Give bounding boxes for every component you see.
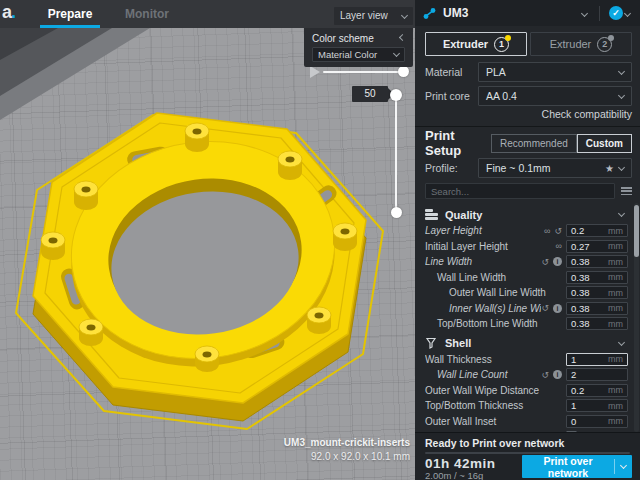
color-scheme-dropdown[interactable]: Material Color: [312, 47, 405, 62]
setting-unit: mm: [608, 416, 623, 426]
configuration-chevron-icon[interactable]: [624, 9, 631, 16]
setting-visibility-icon[interactable]: [621, 186, 632, 196]
reset-icon[interactable]: ↺: [541, 370, 549, 380]
settings-scrollbar[interactable]: [634, 203, 639, 432]
cura-window: a. Prepare Monitor Layer view Color sche…: [0, 0, 640, 480]
setting-row: Initial Layer Height∞0.27mm: [415, 239, 634, 255]
scrollbar-thumb[interactable]: [634, 205, 639, 257]
info-icon[interactable]: i: [553, 370, 562, 379]
setting-unit: mm: [608, 241, 623, 251]
setting-value-input[interactable]: 1mm: [566, 353, 628, 366]
setting-label: Inner Wall(s) Line Width: [425, 303, 541, 314]
setting-unit: mm: [608, 226, 623, 236]
setting-label: Outer Wall Line Width: [425, 287, 566, 298]
check-compatibility-link[interactable]: Check compatibility: [542, 108, 632, 120]
setting-row: Top/Bottom Thickness1mm: [415, 398, 634, 414]
printer-select-chevron-icon[interactable]: [581, 9, 588, 16]
setting-label: Top/Bottom Thickness: [425, 400, 566, 411]
setting-value-input[interactable]: 0.38mm: [566, 286, 628, 299]
setting-value-input[interactable]: 0.38mm: [566, 255, 628, 268]
printcore-dropdown[interactable]: AA 0.4: [478, 86, 632, 106]
print-options-chevron[interactable]: [614, 459, 632, 474]
info-icon[interactable]: i: [553, 304, 562, 313]
setting-row: Outer Wall Inset0mm: [415, 414, 634, 430]
simulation-slider-handle[interactable]: [398, 66, 409, 77]
setting-unit: mm: [608, 288, 623, 298]
extruder-1-tab[interactable]: Extruder 1: [425, 32, 527, 56]
tab-monitor[interactable]: Monitor: [116, 0, 178, 28]
material-dropdown[interactable]: PLA: [478, 62, 632, 82]
setting-value-input[interactable]: 0mm: [566, 415, 628, 428]
print-settings-panel: UM3 ✓ Extruder 1 Extruder 2: [415, 0, 640, 480]
configuration-ok-icon[interactable]: ✓: [609, 6, 623, 20]
setting-label: Initial Layer Height: [425, 241, 556, 252]
extruder-1-material-dot: [505, 35, 511, 41]
setting-label: Layer Height: [425, 225, 544, 236]
view-mode-dropdown[interactable]: Layer view: [334, 7, 413, 25]
info-icon[interactable]: i: [553, 257, 562, 266]
chevron-down-icon: [393, 50, 400, 57]
custom-button[interactable]: Custom: [577, 134, 632, 153]
chevron-down-icon[interactable]: [618, 338, 625, 345]
status-text: Ready to Print over network: [425, 437, 564, 449]
setting-label: Outer Wall Wipe Distance: [425, 385, 566, 396]
setting-value-input[interactable]: 0.2mm: [566, 384, 628, 397]
material-row: Material PLA: [425, 62, 632, 82]
chevron-down-icon[interactable]: [618, 210, 625, 217]
tab-prepare[interactable]: Prepare: [38, 0, 102, 28]
section-title: Shell: [445, 337, 619, 349]
setting-unit: mm: [608, 272, 623, 282]
setting-value-input[interactable]: 0.38mm: [566, 302, 628, 315]
setting-row: Outer Wall Line Width0.38mm: [415, 285, 634, 301]
reset-icon[interactable]: ↺: [541, 257, 549, 267]
profile-label: Profile:: [425, 162, 478, 174]
setting-value-input[interactable]: 0.38mm: [566, 271, 628, 284]
setting-unit: mm: [608, 257, 623, 267]
setting-label: Line Width: [425, 256, 541, 267]
network-printer-icon: [423, 7, 436, 20]
recommended-button[interactable]: Recommended: [491, 134, 577, 153]
setting-value: 0.38: [571, 287, 608, 298]
print-time-estimate: 01h 42min: [425, 456, 496, 471]
setting-value-input[interactable]: 0.27mm: [566, 240, 628, 253]
setting-value: 2: [571, 369, 623, 380]
profile-row: Profile: Fine ~ 0.1mm ★: [425, 158, 632, 178]
setting-unit: mm: [608, 354, 623, 364]
setting-value-input[interactable]: 2: [566, 368, 628, 381]
color-scheme-label: Color scheme: [312, 33, 374, 44]
layer-slider-top-handle[interactable]: [390, 89, 402, 101]
layer-slider-bottom-handle[interactable]: [391, 207, 402, 218]
section-header-quality[interactable]: Quality: [415, 206, 634, 223]
color-scheme-panel: Color scheme Material Color: [304, 28, 413, 67]
setting-value: 1: [571, 354, 608, 365]
link-icon[interactable]: ∞: [556, 241, 562, 251]
extruder-tabs: Extruder 1 Extruder 2: [425, 32, 632, 56]
extruder-2-tab[interactable]: Extruder 2: [530, 32, 632, 56]
setting-value-input[interactable]: 0.2mm: [566, 224, 628, 237]
print-over-network-button[interactable]: Print over network: [522, 455, 632, 478]
model-3d[interactable]: [16, 113, 383, 429]
section-header-shell[interactable]: Shell: [415, 335, 634, 352]
simulation-slider[interactable]: [323, 71, 405, 73]
viewport-3d[interactable]: a. Prepare Monitor Layer view Color sche…: [0, 0, 415, 480]
reset-icon[interactable]: ↺: [554, 226, 562, 236]
setting-value-input[interactable]: 1mm: [566, 399, 628, 412]
setting-row: Inner Wall(s) Line Width↺i0.38mm: [415, 301, 634, 317]
collapse-icon[interactable]: [399, 34, 406, 41]
setting-label: Wall Line Count: [425, 369, 541, 380]
setting-unit: mm: [608, 303, 623, 313]
link-icon[interactable]: ∞: [544, 226, 550, 236]
setting-row: Layer Height∞↺0.2mm: [415, 223, 634, 239]
search-input[interactable]: [425, 183, 615, 199]
quality-icon: [425, 209, 438, 220]
simulation-play-icon[interactable]: [310, 66, 320, 78]
profile-dropdown[interactable]: Fine ~ 0.1mm ★: [478, 158, 632, 178]
extruder-2-number: 2: [597, 37, 612, 52]
setting-value: 0.27: [571, 241, 608, 252]
setting-value: 0.38: [571, 303, 608, 314]
printer-header: UM3 ✓: [415, 0, 640, 26]
layer-slider[interactable]: [395, 95, 397, 213]
output-footer: Ready to Print over network 01h 42min 2.…: [415, 432, 640, 480]
reset-icon[interactable]: ↺: [541, 303, 549, 313]
setting-value-input[interactable]: 0.38mm: [566, 317, 628, 330]
